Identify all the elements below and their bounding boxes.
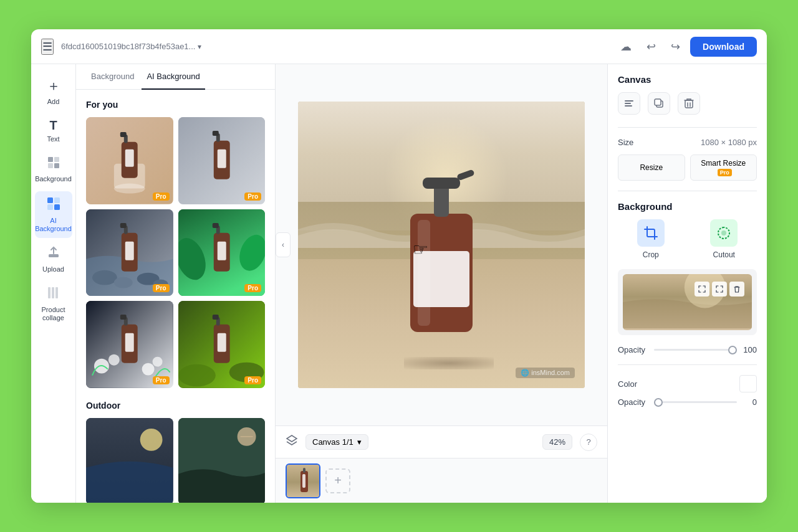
divider-3 [618, 364, 757, 365]
divider-2 [618, 191, 757, 191]
cutout-item[interactable]: Cutout [691, 219, 757, 259]
svg-rect-21 [217, 150, 226, 168]
svg-rect-1 [54, 157, 59, 162]
size-value: 1080 × 1080 px [701, 138, 757, 147]
menu-icon[interactable]: ☰ [41, 39, 54, 55]
canvas-container: ‹ [276, 64, 607, 425]
card-image-4 [178, 209, 266, 297]
opacity-slider[interactable] [654, 349, 737, 351]
crop-item[interactable]: Crop [618, 219, 684, 259]
svg-rect-5 [54, 197, 60, 203]
sidebar-item-background[interactable]: Background [35, 151, 72, 188]
download-button[interactable]: Download [690, 37, 757, 57]
svg-rect-69 [456, 169, 475, 181]
pro-badge: Pro [244, 192, 261, 201]
thumbnail-item[interactable] [286, 463, 320, 498]
sidebar-item-upload[interactable]: Upload [35, 240, 72, 278]
card-image-6 [178, 301, 266, 388]
svg-rect-23 [212, 131, 218, 136]
svg-rect-37 [217, 241, 226, 260]
color-swatch[interactable] [739, 375, 757, 392]
bg-delete-icon[interactable] [729, 282, 744, 297]
product-bottle [392, 164, 491, 351]
svg-rect-30 [125, 241, 134, 260]
divider-1 [618, 127, 757, 128]
list-item[interactable]: Pro [86, 117, 173, 204]
canvas-selector-chevron: ▾ [357, 437, 362, 447]
opacity-value: 100 [742, 345, 757, 354]
tab-ai-background[interactable]: AI Background [142, 64, 204, 90]
svg-point-44 [153, 357, 163, 367]
svg-point-80 [721, 230, 726, 235]
layers-icon[interactable] [286, 434, 298, 450]
duplicate-icon[interactable] [648, 92, 670, 115]
resize-buttons: Resize Smart Resize Pro [618, 154, 757, 181]
text-icon: T [49, 118, 57, 133]
list-item[interactable] [178, 418, 266, 503]
list-item[interactable]: Pro [178, 117, 266, 204]
add-canvas-button[interactable]: + [325, 468, 350, 493]
collapse-left-panel-button[interactable]: ‹ [276, 232, 291, 257]
tab-background[interactable]: Background [86, 64, 139, 90]
pro-badge: Pro [153, 284, 170, 292]
sidebar-item-label-collage: Product collage [39, 306, 69, 322]
product-collage-icon [47, 286, 60, 303]
list-item[interactable]: Pro [86, 301, 173, 388]
background-preview-image [623, 274, 752, 330]
canvas-selector[interactable]: Canvas 1/1 ▾ [305, 434, 368, 450]
list-item[interactable]: Pro [86, 209, 173, 297]
cutout-icon [710, 219, 738, 247]
section-outdoor-title: Outdoor [86, 401, 265, 411]
sidebar-item-product-collage[interactable]: Product collage [35, 281, 72, 327]
svg-rect-6 [47, 204, 53, 210]
svg-rect-48 [120, 315, 127, 320]
zoom-display: 42% [542, 434, 572, 450]
chevron-down-icon[interactable]: ▾ [198, 42, 201, 51]
pro-tag: Pro [718, 169, 732, 176]
section-for-you-title: For you [86, 100, 265, 110]
sidebar-item-ai-background[interactable]: AI Background [35, 191, 72, 238]
sidebar-item-label-background: Background [35, 175, 72, 183]
sidebar-item-label-upload: Upload [42, 265, 64, 273]
list-item[interactable]: Pro [178, 209, 266, 297]
svg-rect-74 [625, 100, 633, 102]
save-cloud-icon[interactable]: ☁ [618, 37, 634, 56]
svg-rect-11 [55, 287, 58, 298]
list-item[interactable] [86, 418, 173, 503]
panel-tabs: Background AI Background [76, 64, 275, 90]
color-opacity-slider[interactable] [654, 401, 737, 403]
color-row: Color [618, 375, 757, 392]
resize-button[interactable]: Resize [618, 154, 685, 181]
background-preview-box [618, 269, 757, 335]
bg-expand-icon[interactable] [712, 282, 727, 297]
svg-rect-32 [120, 222, 127, 227]
sidebar-item-label-ai-bg: AI Background [35, 217, 72, 233]
pro-badge: Pro [244, 284, 261, 292]
delete-icon[interactable] [678, 92, 700, 115]
sidebar-item-text[interactable]: T Text [35, 113, 72, 148]
redo-icon[interactable]: ↪ [668, 37, 683, 56]
cutout-label: Cutout [713, 250, 735, 259]
svg-rect-10 [52, 287, 54, 298]
sidebar-item-label-text: Text [47, 135, 59, 143]
help-button[interactable]: ? [580, 434, 597, 451]
sidebar-item-add[interactable]: ＋ Add [35, 72, 72, 111]
pro-badge: Pro [244, 376, 261, 384]
smart-resize-button[interactable]: Smart Resize Pro [690, 154, 757, 181]
card-image-1 [86, 117, 173, 204]
align-icon[interactable] [618, 92, 640, 115]
bg-fit-icon[interactable] [695, 282, 709, 297]
sidebar-icons: ＋ Add T Text Background [31, 64, 76, 503]
svg-rect-8 [49, 254, 59, 257]
color-opacity-row: Opacity 0 [618, 397, 757, 407]
svg-rect-0 [48, 157, 53, 162]
svg-rect-72 [302, 474, 305, 488]
pro-badge: Pro [153, 192, 170, 201]
list-item[interactable]: Pro [178, 301, 266, 388]
outdoor-grid [86, 418, 265, 503]
svg-rect-16 [125, 150, 134, 167]
file-title: 6fdcd160051019bc18f73b4fe53ae1... [61, 42, 195, 51]
panel-content: For you [76, 90, 275, 503]
undo-icon[interactable]: ↩ [644, 37, 658, 56]
header-actions: ☁ ↩ ↪ [618, 37, 683, 56]
